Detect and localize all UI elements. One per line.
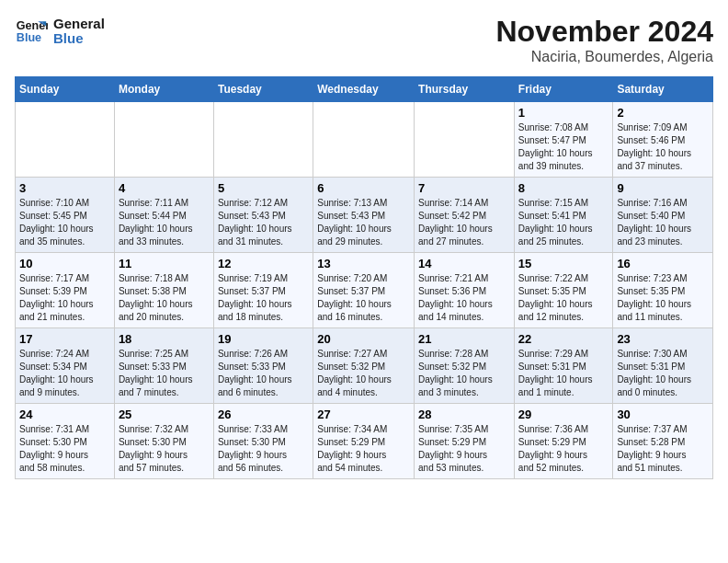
calendar-cell: 6Sunrise: 7:13 AM Sunset: 5:43 PM Daylig… <box>313 178 415 253</box>
col-header-friday: Friday <box>514 77 613 102</box>
calendar-cell <box>114 102 213 178</box>
calendar-cell: 16Sunrise: 7:23 AM Sunset: 5:35 PM Dayli… <box>613 253 713 328</box>
header: General Blue General Blue November 2024 … <box>15 15 713 65</box>
day-info: Sunrise: 7:17 AM Sunset: 5:39 PM Dayligh… <box>19 272 110 324</box>
logo-icon: General Blue <box>15 15 48 48</box>
day-info: Sunrise: 7:30 AM Sunset: 5:31 PM Dayligh… <box>617 348 709 399</box>
calendar-cell: 7Sunrise: 7:14 AM Sunset: 5:42 PM Daylig… <box>415 178 515 253</box>
day-number: 21 <box>418 332 510 346</box>
calendar-cell: 10Sunrise: 7:17 AM Sunset: 5:39 PM Dayli… <box>16 253 115 328</box>
calendar-cell: 15Sunrise: 7:22 AM Sunset: 5:35 PM Dayli… <box>514 253 613 328</box>
day-number: 5 <box>218 181 309 195</box>
day-info: Sunrise: 7:31 AM Sunset: 5:30 PM Dayligh… <box>19 423 110 475</box>
day-info: Sunrise: 7:22 AM Sunset: 5:35 PM Dayligh… <box>518 272 609 324</box>
day-number: 25 <box>119 408 210 421</box>
calendar-cell: 14Sunrise: 7:21 AM Sunset: 5:36 PM Dayli… <box>415 253 515 328</box>
calendar-cell: 8Sunrise: 7:15 AM Sunset: 5:41 PM Daylig… <box>514 178 613 253</box>
calendar-cell: 29Sunrise: 7:36 AM Sunset: 5:29 PM Dayli… <box>514 404 613 479</box>
day-info: Sunrise: 7:27 AM Sunset: 5:32 PM Dayligh… <box>317 348 410 399</box>
day-info: Sunrise: 7:09 AM Sunset: 5:46 PM Dayligh… <box>617 121 709 173</box>
day-info: Sunrise: 7:36 AM Sunset: 5:29 PM Dayligh… <box>518 423 609 475</box>
calendar-cell: 23Sunrise: 7:30 AM Sunset: 5:31 PM Dayli… <box>613 328 713 404</box>
calendar-cell: 9Sunrise: 7:16 AM Sunset: 5:40 PM Daylig… <box>613 178 713 253</box>
calendar-subtitle: Naciria, Boumerdes, Algeria <box>495 49 713 65</box>
day-number: 20 <box>317 332 410 346</box>
day-number: 30 <box>617 408 709 421</box>
day-number: 19 <box>218 332 309 346</box>
day-info: Sunrise: 7:33 AM Sunset: 5:30 PM Dayligh… <box>218 423 309 475</box>
day-number: 8 <box>518 181 609 195</box>
col-header-sunday: Sunday <box>16 77 115 102</box>
day-number: 9 <box>617 181 709 195</box>
day-info: Sunrise: 7:26 AM Sunset: 5:33 PM Dayligh… <box>218 348 309 399</box>
day-number: 12 <box>218 257 309 270</box>
day-number: 27 <box>317 408 410 421</box>
day-info: Sunrise: 7:32 AM Sunset: 5:30 PM Dayligh… <box>119 423 210 475</box>
day-info: Sunrise: 7:23 AM Sunset: 5:35 PM Dayligh… <box>617 272 709 324</box>
calendar-cell: 11Sunrise: 7:18 AM Sunset: 5:38 PM Dayli… <box>114 253 213 328</box>
day-number: 13 <box>317 257 410 270</box>
day-info: Sunrise: 7:20 AM Sunset: 5:37 PM Dayligh… <box>317 272 410 324</box>
day-number: 15 <box>518 257 609 270</box>
day-info: Sunrise: 7:14 AM Sunset: 5:42 PM Dayligh… <box>418 197 510 248</box>
day-number: 18 <box>119 332 210 346</box>
calendar-table: SundayMondayTuesdayWednesdayThursdayFrid… <box>15 76 713 479</box>
logo: General Blue General Blue <box>15 15 105 48</box>
day-info: Sunrise: 7:29 AM Sunset: 5:31 PM Dayligh… <box>518 348 609 399</box>
day-number: 23 <box>617 332 709 346</box>
day-number: 4 <box>119 181 210 195</box>
day-number: 6 <box>317 181 410 195</box>
col-header-saturday: Saturday <box>613 77 713 102</box>
day-number: 10 <box>19 257 110 270</box>
calendar-cell: 20Sunrise: 7:27 AM Sunset: 5:32 PM Dayli… <box>313 328 415 404</box>
day-number: 17 <box>19 332 110 346</box>
day-info: Sunrise: 7:15 AM Sunset: 5:41 PM Dayligh… <box>518 197 609 248</box>
calendar-cell: 26Sunrise: 7:33 AM Sunset: 5:30 PM Dayli… <box>213 404 313 479</box>
calendar-cell: 19Sunrise: 7:26 AM Sunset: 5:33 PM Dayli… <box>213 328 313 404</box>
day-number: 14 <box>418 257 510 270</box>
calendar-cell: 3Sunrise: 7:10 AM Sunset: 5:45 PM Daylig… <box>16 178 115 253</box>
calendar-cell <box>213 102 313 178</box>
calendar-cell: 13Sunrise: 7:20 AM Sunset: 5:37 PM Dayli… <box>313 253 415 328</box>
calendar-cell: 21Sunrise: 7:28 AM Sunset: 5:32 PM Dayli… <box>415 328 515 404</box>
day-info: Sunrise: 7:11 AM Sunset: 5:44 PM Dayligh… <box>119 197 210 248</box>
day-info: Sunrise: 7:19 AM Sunset: 5:37 PM Dayligh… <box>218 272 309 324</box>
calendar-cell: 4Sunrise: 7:11 AM Sunset: 5:44 PM Daylig… <box>114 178 213 253</box>
day-number: 3 <box>19 181 110 195</box>
day-number: 28 <box>418 408 510 421</box>
day-number: 22 <box>518 332 609 346</box>
calendar-cell: 28Sunrise: 7:35 AM Sunset: 5:29 PM Dayli… <box>415 404 515 479</box>
day-number: 1 <box>518 106 609 120</box>
day-info: Sunrise: 7:16 AM Sunset: 5:40 PM Dayligh… <box>617 197 709 248</box>
calendar-cell: 22Sunrise: 7:29 AM Sunset: 5:31 PM Dayli… <box>514 328 613 404</box>
day-info: Sunrise: 7:28 AM Sunset: 5:32 PM Dayligh… <box>418 348 510 399</box>
day-info: Sunrise: 7:10 AM Sunset: 5:45 PM Dayligh… <box>19 197 110 248</box>
day-info: Sunrise: 7:21 AM Sunset: 5:36 PM Dayligh… <box>418 272 510 324</box>
day-number: 7 <box>418 181 510 195</box>
calendar-cell <box>313 102 415 178</box>
svg-text:Blue: Blue <box>17 31 41 44</box>
col-header-tuesday: Tuesday <box>213 77 313 102</box>
day-number: 26 <box>218 408 309 421</box>
calendar-cell: 12Sunrise: 7:19 AM Sunset: 5:37 PM Dayli… <box>213 253 313 328</box>
day-number: 29 <box>518 408 609 421</box>
calendar-cell <box>415 102 515 178</box>
day-info: Sunrise: 7:25 AM Sunset: 5:33 PM Dayligh… <box>119 348 210 399</box>
col-header-wednesday: Wednesday <box>313 77 415 102</box>
logo-line2: Blue <box>53 31 105 47</box>
calendar-cell: 30Sunrise: 7:37 AM Sunset: 5:28 PM Dayli… <box>613 404 713 479</box>
day-number: 16 <box>617 257 709 270</box>
col-header-thursday: Thursday <box>415 77 515 102</box>
calendar-title: November 2024 <box>495 15 713 49</box>
day-info: Sunrise: 7:37 AM Sunset: 5:28 PM Dayligh… <box>617 423 709 475</box>
calendar-cell <box>16 102 115 178</box>
day-number: 24 <box>19 408 110 421</box>
day-info: Sunrise: 7:24 AM Sunset: 5:34 PM Dayligh… <box>19 348 110 399</box>
day-info: Sunrise: 7:18 AM Sunset: 5:38 PM Dayligh… <box>119 272 210 324</box>
calendar-cell: 17Sunrise: 7:24 AM Sunset: 5:34 PM Dayli… <box>16 328 115 404</box>
calendar-cell: 27Sunrise: 7:34 AM Sunset: 5:29 PM Dayli… <box>313 404 415 479</box>
logo-line1: General <box>53 17 105 32</box>
calendar-cell: 5Sunrise: 7:12 AM Sunset: 5:43 PM Daylig… <box>213 178 313 253</box>
col-header-monday: Monday <box>114 77 213 102</box>
day-info: Sunrise: 7:13 AM Sunset: 5:43 PM Dayligh… <box>317 197 410 248</box>
